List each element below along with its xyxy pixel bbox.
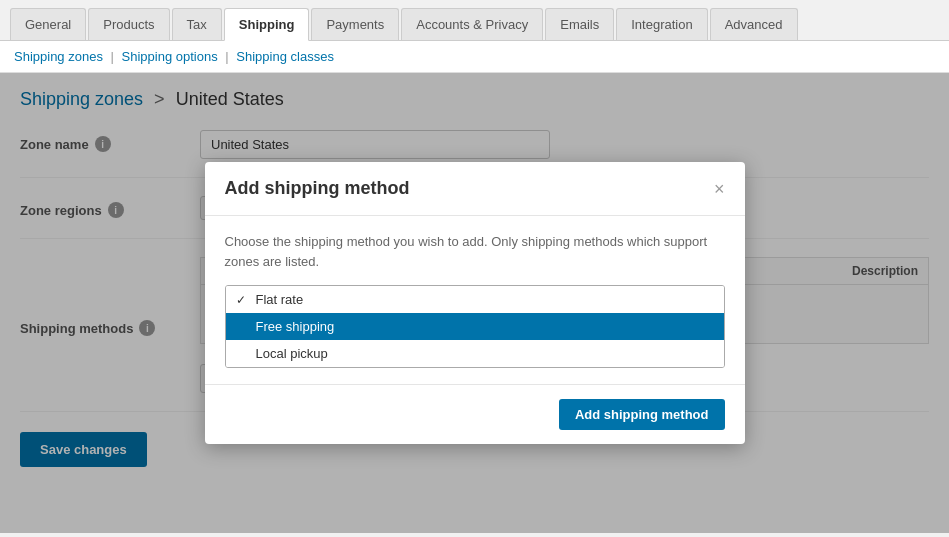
modal-body: Choose the shipping method you wish to a… — [205, 216, 745, 384]
option-local-pickup[interactable]: Local pickup — [226, 340, 724, 367]
tab-products[interactable]: Products — [88, 8, 169, 40]
free-shipping-label: Free shipping — [256, 319, 335, 334]
tab-general[interactable]: General — [10, 8, 86, 40]
sub-nav: Shipping zones | Shipping options | Ship… — [0, 41, 949, 73]
tab-payments[interactable]: Payments — [311, 8, 399, 40]
modal-close-button[interactable]: × — [714, 180, 725, 198]
top-nav: General Products Tax Shipping Payments A… — [0, 0, 949, 41]
tab-integration[interactable]: Integration — [616, 8, 707, 40]
page-content: Shipping zones > United States Zone name… — [0, 73, 949, 533]
modal-footer: Add shipping method — [205, 384, 745, 444]
shipping-method-select-list: ✓ Flat rate Free shipping Local pickup — [225, 285, 725, 368]
modal-overlay[interactable]: Add shipping method × Choose the shippin… — [0, 73, 949, 533]
option-free-shipping[interactable]: Free shipping — [226, 313, 724, 340]
separator-2: | — [225, 49, 228, 64]
subnav-shipping-classes[interactable]: Shipping classes — [236, 49, 334, 64]
tab-shipping[interactable]: Shipping — [224, 8, 310, 41]
subnav-shipping-options[interactable]: Shipping options — [122, 49, 218, 64]
modal-description: Choose the shipping method you wish to a… — [225, 232, 725, 271]
tab-emails[interactable]: Emails — [545, 8, 614, 40]
subnav-shipping-zones[interactable]: Shipping zones — [14, 49, 103, 64]
modal-header: Add shipping method × — [205, 162, 745, 216]
option-flat-rate[interactable]: ✓ Flat rate — [226, 286, 724, 313]
flat-rate-label: Flat rate — [256, 292, 304, 307]
tab-advanced[interactable]: Advanced — [710, 8, 798, 40]
modal-title: Add shipping method — [225, 178, 410, 199]
add-shipping-method-modal: Add shipping method × Choose the shippin… — [205, 162, 745, 444]
tab-tax[interactable]: Tax — [172, 8, 222, 40]
local-pickup-label: Local pickup — [256, 346, 328, 361]
separator-1: | — [111, 49, 114, 64]
confirm-add-shipping-method-button[interactable]: Add shipping method — [559, 399, 725, 430]
tab-accounts-privacy[interactable]: Accounts & Privacy — [401, 8, 543, 40]
flat-rate-check-icon: ✓ — [236, 293, 250, 307]
